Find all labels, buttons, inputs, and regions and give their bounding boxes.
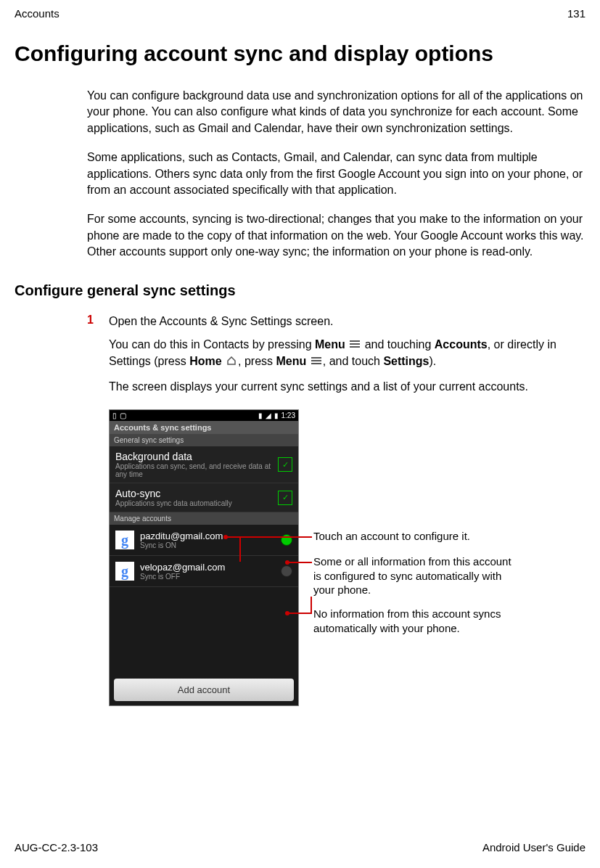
intro-para-1: You can configure background data use an… bbox=[87, 88, 585, 136]
phone-screen-title: Accounts & sync settings bbox=[110, 421, 298, 434]
menu-icon bbox=[311, 353, 321, 369]
home-icon bbox=[226, 353, 237, 369]
footer-doc-id: AUG-CC-2.3-103 bbox=[15, 841, 98, 853]
account-row-1[interactable]: g pazditu@gmail.com Sync is ON bbox=[110, 525, 298, 556]
battery-icon: ▮ bbox=[274, 412, 279, 419]
phone-screenshot: ▯ ▢ ▮ ◢ ▮ 1:23 Accounts & sync settings … bbox=[109, 409, 299, 706]
notif-icon: ▢ bbox=[120, 412, 126, 419]
bg-data-title: Background data bbox=[115, 451, 278, 462]
callout-line bbox=[287, 562, 312, 563]
step-text: Open the Accounts & Sync Settings screen… bbox=[109, 314, 585, 329]
svg-rect-4 bbox=[311, 360, 321, 361]
callout-1: Touch an account to configure it. bbox=[313, 529, 517, 544]
header-page-number: 131 bbox=[567, 7, 585, 20]
account-status: Sync is ON bbox=[140, 541, 281, 549]
screenshot-area: ▯ ▢ ▮ ◢ ▮ 1:23 Accounts & sync settings … bbox=[109, 409, 585, 706]
phone-spacer bbox=[110, 587, 298, 674]
callout-2: Some or all information from this accoun… bbox=[313, 554, 517, 597]
phone-subheader-general: General sync settings bbox=[110, 434, 298, 446]
page-title: Configuring account sync and display opt… bbox=[15, 41, 585, 66]
autosync-sub: Applications sync data automatically bbox=[115, 499, 278, 507]
step-1: 1 Open the Accounts & Sync Settings scre… bbox=[87, 314, 585, 329]
svg-rect-5 bbox=[311, 363, 321, 364]
step-sub-2: The screen displays your current sync se… bbox=[109, 379, 585, 395]
autosync-checkbox[interactable]: ✓ bbox=[278, 491, 292, 505]
account-email: velopaz@gmail.com bbox=[140, 562, 281, 573]
callout-3: No information from this account syncs a… bbox=[313, 607, 517, 635]
wifi-icon: ◢ bbox=[266, 412, 271, 419]
callout-line bbox=[239, 536, 241, 562]
sync-indicator-off bbox=[281, 565, 292, 577]
google-icon: g bbox=[115, 531, 134, 549]
callout-line bbox=[225, 536, 312, 538]
bg-data-sub: Applications can sync, send, and receive… bbox=[115, 462, 278, 478]
intro-para-3: For some accounts, syncing is two-direct… bbox=[87, 211, 585, 260]
running-footer: AUG-CC-2.3-103 Android User's Guide bbox=[15, 841, 585, 853]
section-heading: Configure general sync settings bbox=[15, 282, 585, 299]
running-header: Accounts 131 bbox=[15, 7, 585, 20]
autosync-row[interactable]: Auto-sync Applications sync data automat… bbox=[110, 483, 298, 512]
footer-guide-name: Android User's Guide bbox=[482, 841, 585, 853]
intro-para-2: Some applications, such as Contacts, Gma… bbox=[87, 150, 585, 198]
callout-line bbox=[311, 597, 312, 613]
step-number: 1 bbox=[87, 314, 109, 329]
svg-rect-1 bbox=[350, 343, 360, 345]
google-icon: g bbox=[115, 562, 134, 581]
clock: 1:23 bbox=[281, 412, 295, 419]
step-sub-1: You can do this in Contacts by pressing … bbox=[109, 337, 585, 370]
bg-data-row[interactable]: Background data Applications can sync, s… bbox=[110, 446, 298, 483]
svg-rect-0 bbox=[350, 340, 360, 342]
menu-icon bbox=[350, 337, 360, 353]
page: Accounts 131 Configuring account sync an… bbox=[0, 0, 600, 868]
autosync-title: Auto-sync bbox=[115, 488, 278, 499]
header-section: Accounts bbox=[15, 7, 59, 20]
account-status: Sync is OFF bbox=[140, 573, 281, 581]
bg-data-checkbox[interactable]: ✓ bbox=[278, 457, 292, 472]
callout-line bbox=[287, 613, 312, 614]
usb-icon: ▯ bbox=[112, 412, 117, 419]
phone-statusbar: ▯ ▢ ▮ ◢ ▮ 1:23 bbox=[110, 410, 298, 421]
signal-icon: ▮ bbox=[258, 412, 263, 419]
add-account-button[interactable]: Add account bbox=[114, 679, 294, 701]
svg-rect-2 bbox=[350, 346, 360, 348]
svg-rect-3 bbox=[311, 357, 321, 359]
phone-subheader-manage: Manage accounts bbox=[110, 512, 298, 525]
account-row-2[interactable]: g velopaz@gmail.com Sync is OFF bbox=[110, 556, 298, 587]
